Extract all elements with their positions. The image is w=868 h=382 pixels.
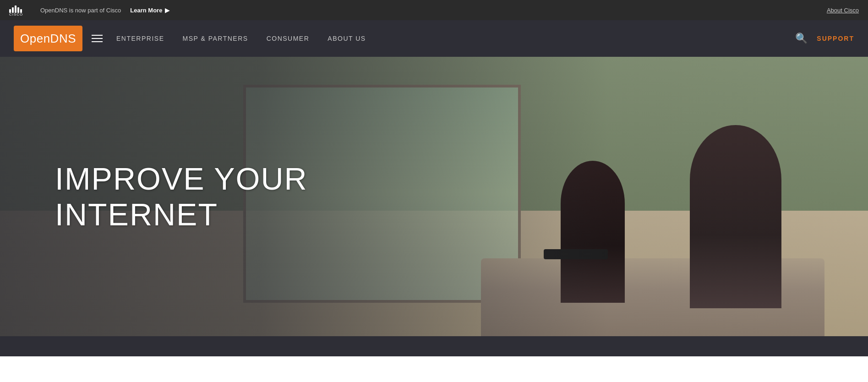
hamburger-menu[interactable] [92, 35, 103, 42]
support-link[interactable]: SUPPORT [817, 35, 854, 42]
learn-more-arrow: ▶ [165, 7, 169, 14]
hero-headline-line1: IMPROVE YOUR [55, 161, 308, 196]
opendns-logo[interactable]: OpenDNS [14, 26, 82, 51]
learn-more-link[interactable]: Learn More ▶ [130, 7, 169, 14]
logo-open: Open [20, 32, 50, 45]
nav-item-msp-partners[interactable]: MSP & PARTNERS [182, 35, 248, 42]
hero-text: IMPROVE YOUR INTERNET [55, 161, 308, 232]
learn-more-label: Learn More [130, 7, 162, 14]
top-bar-message: OpenDNS is now part of Cisco [40, 7, 121, 14]
bottom-strip [0, 336, 868, 356]
svg-text:CISCO: CISCO [9, 12, 23, 16]
cisco-logo: CISCO [9, 4, 33, 17]
nav-item-enterprise[interactable]: ENTERPRISE [116, 35, 164, 42]
search-icon[interactable]: 🔍 [795, 33, 808, 44]
logo-dns: DNS [50, 32, 76, 45]
nav-links: ENTERPRISE MSP & PARTNERS CONSUMER ABOUT… [116, 35, 795, 42]
hero-headline-line2: INTERNET [55, 196, 308, 232]
nav-item-about-us[interactable]: ABOUT US [328, 35, 366, 42]
nav-item-consumer[interactable]: CONSUMER [267, 35, 310, 42]
about-cisco-link[interactable]: About Cisco [827, 7, 859, 14]
top-bar: CISCO OpenDNS is now part of Cisco Learn… [0, 0, 868, 20]
nav-right: 🔍 SUPPORT [795, 33, 854, 44]
hero-section: IMPROVE YOUR INTERNET [0, 57, 868, 336]
navbar: OpenDNS ENTERPRISE MSP & PARTNERS CONSUM… [0, 20, 868, 57]
svg-rect-2 [15, 5, 16, 13]
hero-headline: IMPROVE YOUR INTERNET [55, 161, 308, 232]
logo-text: OpenDNS [20, 32, 76, 46]
